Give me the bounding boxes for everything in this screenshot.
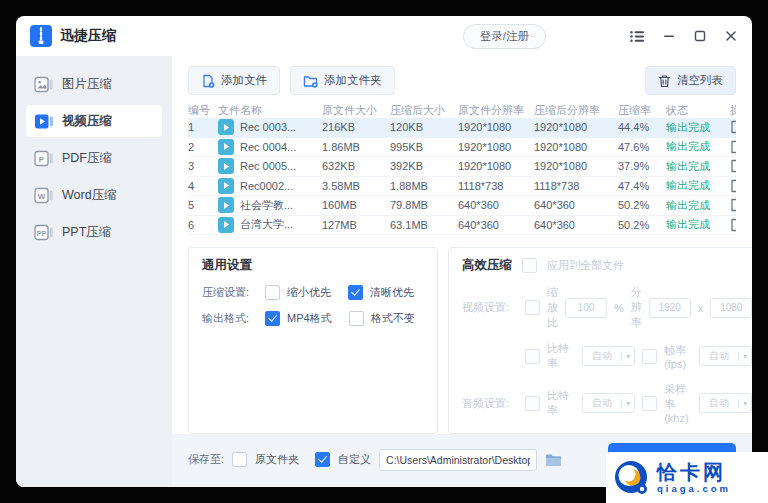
original-folder-checkbox[interactable] bbox=[232, 452, 247, 467]
comp-res: 1920*1080 bbox=[534, 160, 618, 172]
apply-all-checkbox[interactable] bbox=[522, 258, 537, 273]
status-badge: 输出完成 bbox=[666, 198, 728, 213]
open-output-icon[interactable] bbox=[730, 140, 736, 154]
advanced-settings-title: 高效压缩 bbox=[462, 257, 512, 274]
main-area: 添加文件 添加文件夹 清空列表 编号 文件名称 原文件大小 压缩后大小 原文件分… bbox=[172, 56, 752, 487]
clear-list-button[interactable]: 清空列表 bbox=[645, 66, 736, 95]
maximize-icon[interactable] bbox=[692, 29, 707, 44]
video-bitrate-select[interactable]: 自动▾ bbox=[582, 346, 635, 366]
percent-label: % bbox=[614, 302, 624, 314]
open-output-icon[interactable] bbox=[730, 198, 736, 212]
sidebar-item-video-compress[interactable]: 视频压缩 bbox=[26, 105, 162, 137]
custom-folder-checkbox[interactable] bbox=[315, 452, 330, 467]
sidebar-item-label: 图片压缩 bbox=[62, 76, 112, 93]
row-number: 1 bbox=[188, 121, 218, 133]
header-status: 状态 bbox=[666, 103, 728, 118]
comp-size: 995KB bbox=[390, 141, 458, 153]
general-settings-title: 通用设置 bbox=[202, 257, 424, 274]
file-name: 社会学教... bbox=[240, 198, 293, 213]
add-file-button[interactable]: 添加文件 bbox=[188, 66, 280, 95]
clarity-priority-checkbox[interactable] bbox=[348, 285, 363, 300]
sample-rate-label: 采样率(khz) bbox=[664, 382, 692, 424]
scale-value-input[interactable]: 100 bbox=[565, 298, 607, 318]
close-icon[interactable] bbox=[723, 29, 738, 44]
mp4-format-checkbox[interactable] bbox=[265, 311, 280, 326]
header-ratio: 压缩率 bbox=[618, 103, 666, 118]
play-icon bbox=[218, 139, 234, 155]
table-row[interactable]: 6 台湾大学... 127MB 63.1MB 640*360 640*360 5… bbox=[188, 216, 736, 236]
video-bitrate-checkbox[interactable] bbox=[525, 349, 540, 364]
add-folder-button[interactable]: 添加文件夹 bbox=[290, 66, 395, 95]
file-name: Rec 0003... bbox=[240, 121, 296, 133]
resolution-width-input[interactable]: 1920 bbox=[649, 298, 691, 318]
save-path-input[interactable] bbox=[379, 449, 537, 471]
file-name: Rec0002... bbox=[240, 180, 293, 192]
file-name-cell: Rec 0004... bbox=[218, 139, 322, 155]
fps-checkbox[interactable] bbox=[642, 349, 657, 364]
times-label: x bbox=[698, 302, 704, 314]
open-output-icon[interactable] bbox=[730, 120, 736, 134]
table-header: 编号 文件名称 原文件大小 压缩后大小 原文件分辨率 压缩后分辨率 压缩率 状态… bbox=[188, 103, 736, 118]
status-badge: 输出完成 bbox=[666, 217, 728, 232]
audio-settings-label: 音频设置: bbox=[462, 396, 518, 411]
audio-bitrate-select[interactable]: 自动▾ bbox=[582, 393, 635, 413]
add-file-icon bbox=[201, 74, 215, 88]
resolution-label: 分辨率 bbox=[631, 285, 642, 330]
ratio: 44.4% bbox=[618, 121, 666, 133]
header-orig-res: 原文件分辨率 bbox=[458, 103, 534, 118]
svg-text:W: W bbox=[38, 191, 46, 200]
play-icon bbox=[218, 119, 234, 135]
scale-checkbox[interactable] bbox=[525, 300, 540, 315]
comp-size: 1.88MB bbox=[390, 180, 458, 192]
table-row[interactable]: 5 社会学教... 160MB 79.8MB 640*360 640*360 5… bbox=[188, 196, 736, 216]
fps-select[interactable]: 自动▾ bbox=[699, 346, 752, 366]
sidebar-item-pdf-compress[interactable]: P PDF压缩 bbox=[26, 142, 162, 174]
table-row[interactable]: 2 Rec 0004... 1.86MB 995KB 1920*1080 192… bbox=[188, 138, 736, 158]
row-number: 5 bbox=[188, 199, 218, 211]
file-name: Rec 0005... bbox=[240, 160, 296, 172]
watermark-name: 恰卡网 bbox=[657, 462, 731, 483]
header-name: 文件名称 bbox=[218, 103, 322, 118]
compress-setting-label: 压缩设置: bbox=[202, 285, 258, 300]
ratio: 37.9% bbox=[618, 160, 666, 172]
header-no: 编号 bbox=[188, 103, 218, 118]
orig-res: 1118*738 bbox=[458, 180, 534, 192]
table-row[interactable]: 4 Rec0002... 3.58MB 1.88MB 1118*738 1118… bbox=[188, 177, 736, 197]
table-row[interactable]: 1 Rec 0003... 216KB 120KB 1920*1080 1920… bbox=[188, 118, 736, 138]
app-window: 迅捷压缩 登录/注册 图片压缩 bbox=[16, 16, 752, 487]
sample-rate-checkbox[interactable] bbox=[642, 396, 657, 411]
size-priority-checkbox[interactable] bbox=[265, 285, 280, 300]
orig-res: 1920*1080 bbox=[458, 160, 534, 172]
open-output-icon[interactable] bbox=[730, 159, 736, 173]
video-bitrate-label: 比特率 bbox=[547, 341, 575, 371]
audio-bitrate-checkbox[interactable] bbox=[525, 396, 540, 411]
custom-folder-label: 自定义 bbox=[338, 452, 371, 467]
file-name-cell: 社会学教... bbox=[218, 197, 322, 213]
keep-format-checkbox[interactable] bbox=[349, 311, 364, 326]
table-row[interactable]: 3 Rec 0005... 632KB 392KB 1920*1080 1920… bbox=[188, 157, 736, 177]
video-settings-label: 视频设置: bbox=[462, 300, 518, 315]
clear-list-label: 清空列表 bbox=[677, 73, 723, 88]
pdf-compress-icon: P bbox=[34, 150, 54, 167]
sidebar-item-word-compress[interactable]: W Word压缩 bbox=[26, 179, 162, 211]
play-icon bbox=[218, 217, 234, 233]
general-settings-card: 通用设置 压缩设置: 缩小优先 清晰优先 输出格式: MP4格式 格式不变 bbox=[188, 247, 438, 434]
browse-folder-icon[interactable] bbox=[545, 453, 562, 467]
row-number: 3 bbox=[188, 160, 218, 172]
sidebar-item-image-compress[interactable]: 图片压缩 bbox=[26, 68, 162, 100]
orig-size: 216KB bbox=[322, 121, 390, 133]
advanced-settings-card: 高效压缩 应用到全部文件 视频设置: 缩放比 100 % 分辨 bbox=[448, 247, 752, 434]
login-button[interactable]: 登录/注册 bbox=[463, 24, 546, 49]
add-file-label: 添加文件 bbox=[221, 73, 267, 88]
sample-rate-select[interactable]: 自动▾ bbox=[699, 393, 752, 413]
open-output-icon[interactable] bbox=[730, 179, 736, 193]
sidebar-item-ppt-compress[interactable]: PP PPT压缩 bbox=[26, 216, 162, 248]
play-icon bbox=[218, 178, 234, 194]
open-output-icon[interactable] bbox=[730, 218, 736, 232]
minimize-icon[interactable] bbox=[661, 29, 676, 44]
apply-all-label: 应用到全部文件 bbox=[547, 258, 624, 273]
task-list-icon[interactable] bbox=[630, 29, 645, 44]
app-logo-icon bbox=[30, 25, 52, 47]
resolution-height-input[interactable]: 1080 bbox=[710, 298, 752, 318]
window-controls bbox=[630, 29, 738, 44]
